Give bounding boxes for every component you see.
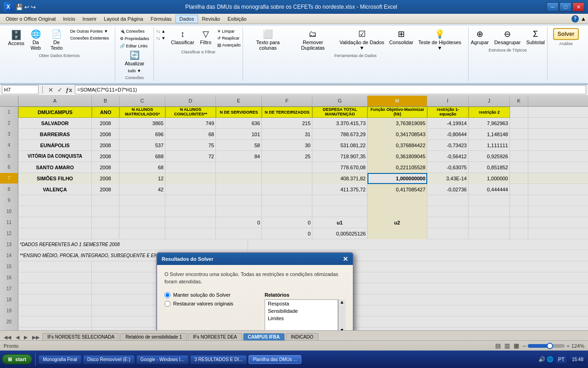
sheet-nav-fwd[interactable]: ▶ xyxy=(22,334,29,340)
title-bar: X 💾 ↩ ↪ Planilha das DMUs da monografia … xyxy=(0,0,588,14)
option-keep-solver[interactable]: Manter solução do Solver xyxy=(164,292,260,298)
validacao-button[interactable]: ☑ Validação de Dados ▼ xyxy=(337,28,387,52)
save-icon[interactable]: 💾 xyxy=(16,4,23,11)
collapse-ribbon-icon[interactable]: ▲ xyxy=(581,16,586,22)
help-icon[interactable]: ? xyxy=(571,15,579,23)
solver-button[interactable]: Solver xyxy=(553,28,579,40)
taskbar-planilha[interactable]: Planilha das DMUs ... xyxy=(249,355,301,364)
sheet-tab-ifs-dea[interactable]: IFs NORDESTE DEA xyxy=(188,333,242,340)
filter-icon: ▽ xyxy=(203,29,209,40)
cancel-formula-icon[interactable]: ✕ xyxy=(46,86,55,93)
atualizar-tudo-button[interactable]: tudo ▼ xyxy=(125,68,143,74)
sheet-tab-ifs-nordeste[interactable]: IFs NORDESTE SELECIONADA xyxy=(42,333,119,340)
editar-links-button[interactable]: 🔗 Editar Links xyxy=(118,43,150,49)
taskbar-monografia[interactable]: Monografia Final xyxy=(39,355,81,364)
menu-layout[interactable]: Layout da Página xyxy=(100,15,147,23)
analysis-label: Análise xyxy=(559,41,573,46)
sort-desc-button[interactable]: ↑↓ ▼ xyxy=(154,35,168,41)
menu-inicio[interactable]: Início xyxy=(59,15,79,23)
undo-icon[interactable]: ↩ xyxy=(24,4,29,11)
classificar-button[interactable]: ↕ Classificar xyxy=(169,28,197,46)
sheet-nav-next[interactable]: ▶▶ xyxy=(30,334,41,340)
other-sources-button[interactable]: De Outras Fontes ▼ xyxy=(68,28,112,34)
start-button[interactable]: ⊞ start xyxy=(2,354,32,364)
language-indicator[interactable]: PT xyxy=(556,356,566,363)
conexoes-button[interactable]: 🔌 Conexões xyxy=(118,28,147,34)
close-button[interactable]: ✕ xyxy=(572,2,584,12)
ribbon: 🗄️ Access 🌐 Da Web 📄 De Texto De Outras … xyxy=(0,24,588,85)
sheet-tab-relatorio[interactable]: Relatório de sensibilidade 1 xyxy=(120,333,187,340)
reports-list-container: Resposta Sensibilidade Limites xyxy=(265,299,338,330)
limpar-button[interactable]: ✕ Limpar xyxy=(215,28,243,34)
desagrupar-button[interactable]: ⊖ Desagrupar xyxy=(492,28,523,46)
report-item-resposta[interactable]: Resposta xyxy=(265,300,338,307)
sheet-tab-campus-ifba[interactable]: CAMPUS IFBA xyxy=(243,333,285,340)
taskbar-resultados[interactable]: 3 RESULTADOS E DI... xyxy=(190,355,247,364)
atualizar-button[interactable]: 🔄 Atualizar xyxy=(122,49,147,68)
menu-inserir[interactable]: Inserir xyxy=(79,15,101,23)
status-right: ▤ ▥ ▦ ─ + 124% xyxy=(495,342,584,349)
reports-title: Relatórios xyxy=(265,292,345,298)
text-button[interactable]: 📄 De Texto xyxy=(46,28,67,52)
minimize-button[interactable]: ─ xyxy=(547,2,559,12)
outline-buttons: ⊕ Agrupar ⊖ Desagrupar Σ Subtotal xyxy=(469,28,547,46)
view-layout-icon[interactable]: ▥ xyxy=(504,342,510,349)
sheet-tabs-bar: ◀◀ ◀ ▶ ▶▶ IFs NORDESTE SELECIONADA Relat… xyxy=(0,330,588,340)
propriedades-button[interactable]: ⚙ Propriedades xyxy=(118,35,152,42)
sheet-nav-back[interactable]: ◀ xyxy=(14,334,21,340)
avancado-button[interactable]: ▤ Avançado xyxy=(215,42,243,48)
zoom-slider[interactable] xyxy=(528,344,565,348)
external-data-label: Obter Dados Externos xyxy=(39,53,80,58)
report-item-sensibilidade[interactable]: Sensibilidade xyxy=(265,307,338,315)
cell-reference-input[interactable] xyxy=(2,85,39,94)
view-normal-icon[interactable]: ▤ xyxy=(495,342,501,349)
clock[interactable]: 15:48 xyxy=(569,356,586,363)
subtotal-button[interactable]: Σ Subtotal xyxy=(524,28,547,46)
sheet-nav-prev[interactable]: ◀◀ xyxy=(2,334,13,340)
main-spreadsheet-area: A B C D E F G H I J K 1 2 3 4 5 6 xyxy=(0,96,588,330)
sort-asc-button[interactable]: ↑↓ ▲ xyxy=(154,28,168,34)
option-restore-original[interactable]: Restaurar valores originais xyxy=(164,301,260,307)
zoom-level[interactable]: 124% xyxy=(571,343,584,349)
filtro-button[interactable]: ▽ Filtro xyxy=(198,28,214,46)
text-cols-button[interactable]: ⬜ Texto para colunas xyxy=(247,28,289,52)
data-tools-label: Ferramentas de Dados xyxy=(334,53,377,58)
taskbar-disco[interactable]: Disco Removível (E:) xyxy=(83,355,135,364)
sheet-tab-indicado[interactable]: INDICADO xyxy=(286,333,318,340)
radio-keep-solver[interactable] xyxy=(164,292,170,298)
radio-restore-original[interactable] xyxy=(164,301,170,307)
access-button[interactable]: 🗄️ Access xyxy=(7,28,25,47)
confirm-formula-icon[interactable]: ✓ xyxy=(56,86,64,93)
menu-revisao[interactable]: Revisão xyxy=(198,15,224,23)
formula-input[interactable] xyxy=(75,85,586,94)
menu-obter[interactable]: Obter o Office Original xyxy=(2,15,59,23)
scroll-down-icon[interactable]: ▼ xyxy=(340,328,345,330)
reports-scrollbar[interactable]: ▲ ▼ xyxy=(338,299,345,330)
formula-icons: ✕ ✓ ƒx xyxy=(46,86,73,93)
outline-label: Estrutura de Tópicos xyxy=(489,48,527,52)
taskbar-google[interactable]: Google - Windows I... xyxy=(136,355,189,364)
dialog-close-icon[interactable]: ✕ xyxy=(343,255,348,263)
insert-function-icon[interactable]: ƒx xyxy=(65,86,73,93)
report-item-limites[interactable]: Limites xyxy=(265,315,338,322)
redo-icon[interactable]: ↪ xyxy=(31,4,36,11)
text-label: De Texto xyxy=(49,40,65,51)
remove-dup-button[interactable]: 🗂 Remover Duplicatas xyxy=(290,28,336,52)
menu-exibicao[interactable]: Exibição xyxy=(224,15,250,23)
menu-dados[interactable]: Dados xyxy=(175,15,198,23)
test-hip-icon: 💡 xyxy=(435,29,445,40)
maximize-button[interactable]: □ xyxy=(560,2,571,12)
scroll-up-icon[interactable]: ▲ xyxy=(340,299,345,305)
view-pagebreak-icon[interactable]: ▦ xyxy=(514,342,519,349)
menu-bar: Obter o Office Original Início Inserir L… xyxy=(0,14,588,24)
zoom-out-icon[interactable]: ─ xyxy=(523,343,526,349)
connections-button[interactable]: Conexões Existentes xyxy=(68,35,112,41)
zoom-in-icon[interactable]: + xyxy=(566,343,569,349)
web-button[interactable]: 🌐 Da Web xyxy=(26,28,45,52)
menu-formulas[interactable]: Fórmulas xyxy=(147,15,175,23)
teste-hip-button[interactable]: 💡 Teste de Hipóteses ▼ xyxy=(415,28,464,52)
reaplicar-button[interactable]: ↺ Reaplicar xyxy=(215,35,243,41)
agrupar-button[interactable]: ⊕ Agrupar xyxy=(469,28,491,46)
consolidar-button[interactable]: ⊞ Consolidar xyxy=(388,28,414,46)
zoom-thumb[interactable] xyxy=(547,343,553,349)
